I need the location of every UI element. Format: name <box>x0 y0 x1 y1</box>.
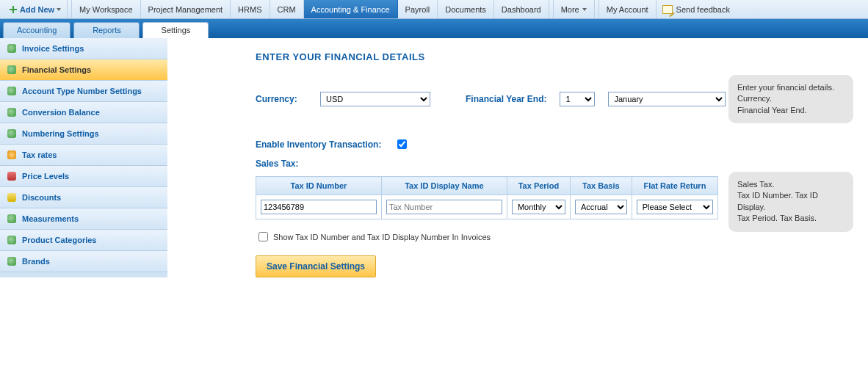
sidebar-item-0[interactable]: Invoice Settings <box>0 38 167 59</box>
menu-item-6[interactable]: Documents <box>438 0 494 18</box>
sidebar-icon <box>6 43 18 54</box>
sidebar-item-label: Discounts <box>22 193 61 202</box>
tax-basis-select[interactable]: Accrual <box>575 200 627 214</box>
enable-inventory-row: Enable Inventory Transaction: <box>256 137 850 151</box>
subtab-2[interactable]: Settings <box>142 22 209 38</box>
show-tax-checkbox[interactable] <box>258 232 268 241</box>
menu-item-label: Dashboard <box>502 5 541 14</box>
page-title: ENTER YOUR FINANCIAL DETAILS <box>256 51 850 62</box>
sidebar-item-label: Numbering Settings <box>22 129 99 138</box>
chevron-down-icon <box>57 8 61 11</box>
show-tax-label: Show Tax ID Number and Tax ID Display Nu… <box>273 233 491 241</box>
sidebar-icon <box>6 170 18 182</box>
sidebar-icon <box>6 85 18 97</box>
sidebar-icon <box>6 64 18 76</box>
tax-id-number-input[interactable] <box>261 200 377 214</box>
add-new-button[interactable]: Add New <box>3 0 68 18</box>
enable-inventory-label: Enable Inventory Transaction: <box>256 139 381 150</box>
main-area: Invoice SettingsFinancial SettingsAccoun… <box>0 38 868 277</box>
subtab-label: Reports <box>93 26 121 34</box>
subtab-label: Settings <box>162 26 191 34</box>
tip-sales-tax: Sales Tax. Tax ID Number. Tax ID Display… <box>728 172 853 232</box>
save-financial-settings-button[interactable]: Save Financial Settings <box>256 255 376 277</box>
sidebar-item-10[interactable]: Brands <box>0 251 167 272</box>
menu-more-label: More <box>561 5 579 14</box>
show-tax-row: Show Tax ID Number and Tax ID Display Nu… <box>256 230 850 244</box>
menu-item-0[interactable]: My Workspace <box>72 0 141 18</box>
chevron-down-icon <box>582 8 587 11</box>
sidebar: Invoice SettingsFinancial SettingsAccoun… <box>0 38 167 277</box>
fye-label: Financial Year End: <box>466 94 546 104</box>
th-tax-id-number: Tax ID Number <box>256 177 382 195</box>
fye-day-select[interactable]: 1 <box>560 92 595 106</box>
sidebar-item-label: Brands <box>22 257 50 266</box>
note-icon <box>662 5 673 14</box>
sidebar-item-label: Conversion Balance <box>22 108 100 117</box>
subtab-0[interactable]: Accounting <box>3 22 70 38</box>
sidebar-item-6[interactable]: Price Levels <box>0 166 167 187</box>
fye-month-select[interactable]: January <box>608 92 726 106</box>
sidebar-item-1[interactable]: Financial Settings <box>0 59 167 81</box>
add-new-label: Add New <box>20 5 54 14</box>
menu-item-label: CRM <box>278 5 296 14</box>
th-tax-id-display: Tax ID Display Name <box>381 177 507 195</box>
menu-item-1[interactable]: Project Management <box>141 0 231 18</box>
sidebar-item-label: Tax rates <box>22 150 57 159</box>
menu-item-label: Payroll <box>405 5 430 14</box>
currency-label: Currency: <box>256 94 307 104</box>
sidebar-item-label: Product Categories <box>22 236 96 244</box>
menu-item-5[interactable]: Payroll <box>398 0 438 18</box>
menu-item-label: Project Management <box>148 5 223 14</box>
menu-item-3[interactable]: CRM <box>270 0 304 18</box>
send-feedback-button[interactable]: Send feedback <box>657 0 736 18</box>
menu-item-4[interactable]: Accounting & Finance <box>304 0 398 18</box>
subtab-label: Accounting <box>17 26 57 34</box>
sidebar-icon <box>6 255 18 267</box>
menu-item-label: Documents <box>445 5 486 14</box>
th-tax-basis: Tax Basis <box>570 177 632 195</box>
menu-item-label: HRMS <box>238 5 261 14</box>
sidebar-icon <box>6 149 18 161</box>
sub-menubar: AccountingReportsSettings <box>0 19 868 38</box>
content-area: ENTER YOUR FINANCIAL DETAILS Currency: U… <box>167 38 868 277</box>
menu-item-label: Accounting & Finance <box>311 5 390 14</box>
subtab-1[interactable]: Reports <box>73 22 140 38</box>
sales-tax-label: Sales Tax: <box>256 159 850 169</box>
sidebar-item-label: Account Type Number Settings <box>22 87 142 95</box>
menu-item-label: My Workspace <box>79 5 133 14</box>
tax-period-select[interactable]: Monthly <box>512 200 565 214</box>
sidebar-item-3[interactable]: Conversion Balance <box>0 102 167 123</box>
top-menubar: Add New My WorkspaceProject ManagementHR… <box>0 0 868 19</box>
menu-item-2[interactable]: HRMS <box>231 0 270 18</box>
sidebar-item-9[interactable]: Product Categories <box>0 230 167 251</box>
sidebar-icon <box>6 213 18 225</box>
menu-item-7[interactable]: Dashboard <box>494 0 549 18</box>
sidebar-item-label: Price Levels <box>22 172 69 181</box>
currency-select[interactable]: USD <box>320 92 430 106</box>
tip-financial-details: Enter your financial details. Currency. … <box>728 75 853 123</box>
sidebar-item-label: Invoice Settings <box>22 44 84 53</box>
sidebar-icon <box>6 234 18 246</box>
flat-rate-select[interactable]: Please Select <box>637 200 713 214</box>
sidebar-item-5[interactable]: Tax rates <box>0 145 167 166</box>
th-tax-period: Tax Period <box>507 177 570 195</box>
sidebar-item-7[interactable]: Discounts <box>0 187 167 208</box>
sidebar-item-label: Measurements <box>22 214 79 223</box>
menu-my-account[interactable]: My Account <box>599 0 657 18</box>
menu-my-account-label: My Account <box>607 5 648 14</box>
menu-more[interactable]: More <box>554 0 595 18</box>
enable-inventory-checkbox[interactable] <box>397 139 407 149</box>
sidebar-item-8[interactable]: Measurements <box>0 208 167 230</box>
th-flat-rate: Flat Rate Return <box>632 177 717 195</box>
table-row: Monthly Accrual Please Select <box>256 195 718 219</box>
sidebar-item-label: Financial Settings <box>22 65 91 74</box>
sidebar-item-2[interactable]: Account Type Number Settings <box>0 81 167 102</box>
sidebar-icon <box>6 192 18 203</box>
send-feedback-label: Send feedback <box>676 5 730 14</box>
sidebar-icon <box>6 128 18 139</box>
sidebar-icon <box>6 106 18 118</box>
plus-icon <box>9 5 18 14</box>
sidebar-item-4[interactable]: Numbering Settings <box>0 123 167 145</box>
sales-tax-table: Tax ID Number Tax ID Display Name Tax Pe… <box>256 176 718 219</box>
tax-id-display-input[interactable] <box>386 200 502 214</box>
